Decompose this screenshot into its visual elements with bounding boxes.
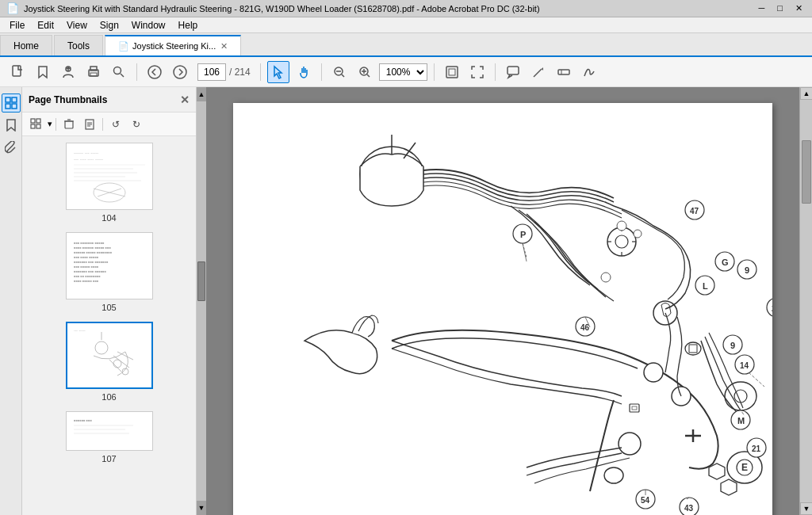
print-btn[interactable] xyxy=(82,61,105,83)
scroll-up-btn[interactable]: ▲ xyxy=(197,87,206,101)
svg-text:■■■■■■■ ■■■ ■■■■■■■: ■■■■■■■ ■■■ ■■■■■■■ xyxy=(74,260,109,264)
panel-toolbar: ▾ ↺ ↻ xyxy=(22,113,196,136)
svg-rect-27 xyxy=(12,104,17,109)
main-scroll-thumb[interactable] xyxy=(802,140,811,204)
panel-header: Page Thumbnails ✕ xyxy=(22,87,196,113)
toolbar: / 214 100% 50% 75% 125% 150% 200% xyxy=(0,57,812,87)
svg-text:E: E xyxy=(741,462,748,473)
page-separator: / 214 xyxy=(229,67,251,78)
menu-edit[interactable]: Edit xyxy=(31,17,60,32)
panel-dropdown-btn[interactable]: ▾ xyxy=(48,119,52,129)
tab-home[interactable]: Home xyxy=(0,35,52,55)
menu-file[interactable]: File xyxy=(3,17,31,32)
svg-rect-18 xyxy=(449,69,455,75)
maximize-btn[interactable]: □ xyxy=(774,3,786,13)
sign-btn[interactable] xyxy=(578,61,600,83)
hand-tool-btn[interactable] xyxy=(293,61,315,83)
prev-page-btn[interactable] xyxy=(144,61,166,83)
svg-text:■■■ ■■■■ ■■■■■: ■■■ ■■■■ ■■■■■ xyxy=(74,255,99,259)
panel-grid-btn[interactable] xyxy=(27,116,46,133)
bookmarks-icon-btn[interactable] xyxy=(2,116,21,135)
app-icon: 📄 xyxy=(6,2,19,14)
panel-delete-btn[interactable] xyxy=(59,116,79,133)
svg-rect-134 xyxy=(630,404,639,412)
attachments-icon-btn[interactable] xyxy=(2,138,21,157)
main-scroll-up[interactable]: ▲ xyxy=(800,87,812,100)
menu-window[interactable]: Window xyxy=(125,17,172,32)
comment-btn[interactable] xyxy=(502,61,524,83)
svg-line-62 xyxy=(117,352,133,360)
tab-close-btn[interactable]: ✕ xyxy=(220,41,228,52)
scroll-track xyxy=(197,101,206,501)
tab-tools[interactable]: Tools xyxy=(54,35,103,55)
svg-point-8 xyxy=(148,66,161,78)
svg-text:G: G xyxy=(722,258,729,267)
svg-rect-19 xyxy=(508,67,519,74)
sep-3 xyxy=(321,63,322,81)
svg-point-9 xyxy=(174,66,186,78)
scroll-thumb[interactable] xyxy=(197,261,205,301)
menu-sign[interactable]: Sign xyxy=(94,17,125,32)
select-tool-btn[interactable] xyxy=(267,61,289,83)
svg-text:■■■■■■ ■■■■■ ■■■■■■■■: ■■■■■■ ■■■■■ ■■■■■■■■ xyxy=(74,250,113,254)
svg-marker-132 xyxy=(709,464,725,479)
panel-scrollbar[interactable]: ▲ ▼ xyxy=(197,87,206,515)
thumbnails-icon-btn[interactable] xyxy=(2,93,21,113)
svg-text:■■■ ■■■■■ ■■■■: ■■■ ■■■■■ ■■■■ xyxy=(74,265,99,269)
svg-rect-0 xyxy=(13,66,21,76)
next-page-btn[interactable] xyxy=(169,61,191,83)
svg-rect-29 xyxy=(31,119,35,123)
panel-sep-2 xyxy=(102,118,103,131)
zoom-select[interactable]: 100% 50% 75% 125% 150% 200% xyxy=(379,63,427,81)
sep-5 xyxy=(495,63,496,81)
minimize-btn[interactable]: ─ xyxy=(756,3,768,13)
sidebar-icons xyxy=(0,87,22,515)
svg-text:21: 21 xyxy=(752,444,761,453)
svg-text:--- ---- ---- -----: --- ---- ---- ----- xyxy=(74,157,103,162)
fit-page-btn[interactable] xyxy=(441,61,463,83)
tab-doc[interactable]: 📄 Joystick Steering Ki... ✕ xyxy=(105,35,241,55)
panel-sep-1 xyxy=(56,118,56,131)
zoom-in-btn[interactable] xyxy=(354,61,376,83)
full-screen-btn[interactable] xyxy=(466,61,488,83)
menu-view[interactable]: View xyxy=(60,17,94,32)
thumbnail-106[interactable]: --- ----- 106 xyxy=(29,322,190,402)
bookmark-btn[interactable] xyxy=(32,61,54,83)
scroll-down-btn[interactable]: ▼ xyxy=(197,501,206,515)
menu-help[interactable]: Help xyxy=(172,17,205,32)
svg-text:--- -----: --- ----- xyxy=(74,328,86,333)
share-btn[interactable] xyxy=(57,61,79,83)
page-number-input[interactable] xyxy=(197,63,226,81)
thumbnail-104[interactable]: ------ --- ----- --- ---- ---- ----- 104 xyxy=(29,143,190,223)
svg-marker-133 xyxy=(721,479,737,495)
redact-btn[interactable] xyxy=(553,61,575,83)
main-scrollbar[interactable]: ▲ ▼ xyxy=(799,87,812,515)
tab-bar: Home Tools 📄 Joystick Steering Ki... ✕ xyxy=(0,33,812,57)
page-nav: / 214 xyxy=(197,63,251,81)
panel-rotate-cw-btn[interactable]: ↻ xyxy=(127,116,146,133)
svg-rect-25 xyxy=(12,97,17,102)
panel-close-btn[interactable]: ✕ xyxy=(180,93,190,106)
thumbnail-107[interactable]: ■■■■■■ ■■■ 107 xyxy=(29,411,190,464)
thumbnail-105-label: 105 xyxy=(102,303,116,312)
panel-rotate-ccw-btn[interactable]: ↺ xyxy=(106,116,125,133)
panel-extract-btn[interactable] xyxy=(80,116,99,133)
menu-bar: File Edit View Sign Window Help xyxy=(0,17,812,33)
thumbnail-105[interactable]: ■■■ ■■■■■■■ ■■■■■ ■■■■ ■■■■■■ ■■■■■ ■■■ … xyxy=(29,232,190,312)
zoom-out-btn[interactable] xyxy=(328,61,350,83)
thumbnail-frame-105: ■■■ ■■■■■■■ ■■■■■ ■■■■ ■■■■■■ ■■■■■ ■■■ … xyxy=(66,232,153,299)
svg-rect-85 xyxy=(689,345,697,353)
tab-tools-label: Tools xyxy=(67,40,90,52)
new-file-btn[interactable] xyxy=(6,61,29,83)
close-btn[interactable]: ✕ xyxy=(792,3,806,13)
markup-btn[interactable] xyxy=(527,61,550,83)
main-area: Page Thumbnails ✕ ▾ ↺ ↻ --- xyxy=(0,87,812,515)
svg-marker-1 xyxy=(39,67,47,78)
main-scroll-down[interactable]: ▼ xyxy=(800,502,812,515)
svg-rect-22 xyxy=(558,70,569,74)
svg-rect-24 xyxy=(6,97,10,102)
svg-text:9: 9 xyxy=(730,341,735,350)
sep-4 xyxy=(434,63,435,81)
title-bar: 📄 Joystick Steering Kit with Standard Hy… xyxy=(0,0,812,17)
search-btn[interactable] xyxy=(108,61,130,83)
